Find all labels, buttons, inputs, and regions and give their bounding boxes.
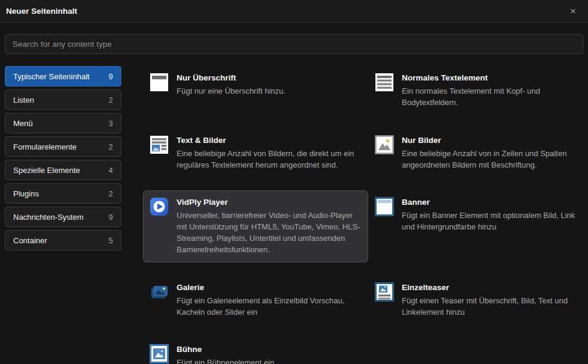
content-type-description: Eine beliebige Anzahl von in Zeilen und … — [402, 148, 577, 171]
sidebar-item-nachrichten-system[interactable]: Nachrichten-System 9 — [5, 207, 121, 227]
sidebar-item-typischer-seiteninhalt[interactable]: Typischer Seiteninhalt 9 — [5, 66, 121, 86]
banner-icon — [375, 197, 394, 216]
video-player-icon — [150, 197, 169, 216]
sidebar-item-count: 4 — [109, 166, 113, 175]
sidebar-item-plugins[interactable]: Plugins 2 — [5, 183, 121, 204]
content-type-title: Einzelteaser — [402, 283, 577, 292]
sidebar-item-formularelemente[interactable]: Formularelemente 2 — [5, 136, 121, 157]
content-type-description: Ein normales Textelement mit Kopf- und B… — [402, 86, 577, 109]
sidebar-item-count: 5 — [109, 236, 113, 245]
content-type-title: Galerie — [177, 283, 362, 292]
images-icon — [375, 135, 394, 154]
content-type-description: Fügt ein Galerieelement als Einzelbild V… — [177, 296, 362, 318]
sidebar-item-label: Spezielle Elemente — [13, 166, 80, 175]
content-type-title: Banner — [402, 198, 577, 207]
sidebar-item-count: 3 — [109, 119, 113, 128]
content-type-item-vidply-player[interactable]: VidPly Player Universeller, barrierefrei… — [143, 190, 368, 262]
content-type-description: Fügt ein Banner Element mit optionalem B… — [402, 210, 577, 233]
content-type-item-nur-bilder[interactable]: Nur Bilder Eine beliebige Anzahl von in … — [368, 129, 583, 178]
content-type-item-galerie[interactable]: Galerie Fügt ein Galerieelement als Einz… — [143, 276, 368, 325]
content-type-title: Nur Bilder — [402, 136, 577, 145]
sidebar-item-count: 2 — [109, 142, 113, 151]
sidebar-item-count: 9 — [109, 213, 113, 222]
content-type-description: Fügt einen Teaser mit Überschrift, Bild,… — [402, 296, 577, 318]
sidebar-item-label: Plugins — [13, 189, 39, 198]
content-type-title: Normales Textelement — [402, 73, 577, 82]
content-type-title: Nur Überschrift — [177, 73, 285, 82]
content-type-item-text-bilder[interactable]: Text & Bilder Eine beliebige Anzahl von … — [143, 129, 368, 178]
category-sidebar: Typischer Seiteninhalt 9 Listen 2 Menü 3… — [5, 66, 121, 253]
header-icon — [150, 73, 169, 92]
content-type-description: Fügt nur eine Überschrift hinzu. — [177, 86, 285, 97]
sidebar-item-count: 9 — [109, 72, 113, 81]
content-type-title: Text & Bilder — [177, 136, 362, 145]
new-content-element-dialog: Neuer Seiteninhalt × Typischer Seiteninh… — [0, 0, 588, 364]
dialog-header: Neuer Seiteninhalt × — [0, 0, 588, 23]
dialog-body: Typischer Seiteninhalt 9 Listen 2 Menü 3… — [0, 66, 588, 364]
content-type-title: Bühne — [177, 345, 274, 354]
teaser-icon — [375, 282, 394, 302]
content-type-item-normales-textelement[interactable]: Normales Textelement Ein normales Textel… — [368, 66, 583, 115]
sidebar-item-spezielle-elemente[interactable]: Spezielle Elemente 4 — [5, 160, 121, 180]
gallery-icon — [150, 282, 169, 302]
sidebar-item-label: Formularelemente — [13, 142, 77, 151]
sidebar-item-container[interactable]: Container 5 — [5, 230, 121, 250]
text-images-icon — [150, 135, 169, 154]
sidebar-item-label: Nachrichten-System — [13, 213, 83, 222]
sidebar-item-listen[interactable]: Listen 2 — [5, 89, 121, 110]
content-type-item-buehne[interactable]: Bühne Fügt ein Bühnenelement ein — [143, 338, 368, 364]
stage-icon — [150, 344, 169, 363]
sidebar-item-label: Typischer Seiteninhalt — [13, 72, 89, 81]
close-icon[interactable]: × — [566, 4, 580, 19]
search-input[interactable] — [5, 34, 583, 54]
sidebar-item-label: Listen — [13, 96, 34, 105]
sidebar-item-count: 2 — [109, 189, 113, 198]
content-type-description: Eine beliebige Anzahl von Bildern, die d… — [177, 148, 362, 171]
sidebar-item-menu[interactable]: Menü 3 — [5, 113, 121, 133]
content-type-item-banner[interactable]: Banner Fügt ein Banner Element mit optio… — [368, 190, 583, 240]
content-type-item-nur-ueberschrift[interactable]: Nur Überschrift Fügt nur eine Überschrif… — [143, 66, 368, 104]
sidebar-item-label: Container — [13, 236, 47, 245]
text-icon — [375, 73, 394, 92]
content-type-description: Universeller, barrierefreier Video- und … — [177, 210, 362, 255]
search-bar — [5, 34, 583, 54]
sidebar-item-label: Menü — [13, 119, 33, 128]
content-type-title: VidPly Player — [177, 198, 362, 207]
sidebar-item-count: 2 — [109, 96, 113, 105]
dialog-title: Neuer Seiteninhalt — [6, 7, 77, 16]
content-type-item-einzelteaser[interactable]: Einzelteaser Fügt einen Teaser mit Übers… — [368, 276, 583, 325]
content-type-description: Fügt ein Bühnenelement ein — [177, 357, 274, 364]
content-type-grid: Nur Überschrift Fügt nur eine Überschrif… — [143, 66, 583, 364]
